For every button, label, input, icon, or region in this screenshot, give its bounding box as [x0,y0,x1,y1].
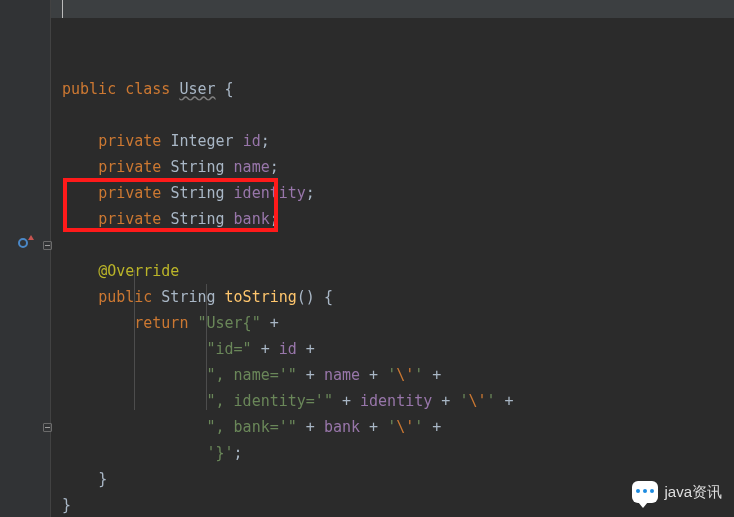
code-text: @Override [62,258,179,284]
code-line[interactable] [0,466,18,492]
code-line[interactable]: "id=" + id + [0,284,18,310]
annotation-highlight-box [63,178,278,232]
code-line[interactable]: '}'; [0,388,18,414]
code-line[interactable]: ", identity='" + identity + '\'' + [0,336,18,362]
watermark-text: java资讯 [664,483,722,502]
code-line[interactable]: private Integer id; [0,76,18,102]
gutter-border [50,0,51,517]
indent-guide [134,270,135,410]
code-text: ", name='" + name + '\'' + [62,362,441,388]
code-line[interactable] [0,50,18,76]
code-text: } [62,492,71,517]
code-line[interactable]: } [0,440,18,466]
code-text: "id=" + id + [62,336,315,362]
code-line[interactable]: @Override [0,206,18,232]
fold-icon[interactable] [43,241,52,250]
code-line[interactable]: private String name; [0,102,18,128]
code-text: private String name; [62,154,279,180]
indent-guide [206,284,207,410]
code-text: '}'; [62,440,243,466]
code-line[interactable]: ", bank='" + bank + '\'' + [0,362,18,388]
code-line[interactable]: public String toString() { [0,232,18,258]
code-text: } [62,466,107,492]
code-line[interactable]: private String identity; [0,128,18,154]
code-text: private Integer id; [62,128,270,154]
code-line[interactable]: private String bank; [0,154,18,180]
code-line[interactable]: ", name='" + name + '\'' + [0,310,18,336]
code-text: ", bank='" + bank + '\'' + [62,414,441,440]
code-line[interactable]: } [0,414,18,440]
watermark: java资讯 [632,481,722,503]
code-text: return "User{" + [62,310,279,336]
code-line[interactable] [0,180,18,206]
text-caret [62,0,63,18]
fold-icon[interactable] [43,423,52,432]
code-line[interactable]: public class User { [0,24,18,50]
code-text: public String toString() { [62,284,333,310]
editor-topbar [50,0,734,18]
code-text: ", identity='" + identity + '\'' + [62,388,514,414]
code-line[interactable]: return "User{" + [0,258,18,284]
code-text: public class User { [62,76,234,102]
chat-bubble-icon [632,481,658,503]
